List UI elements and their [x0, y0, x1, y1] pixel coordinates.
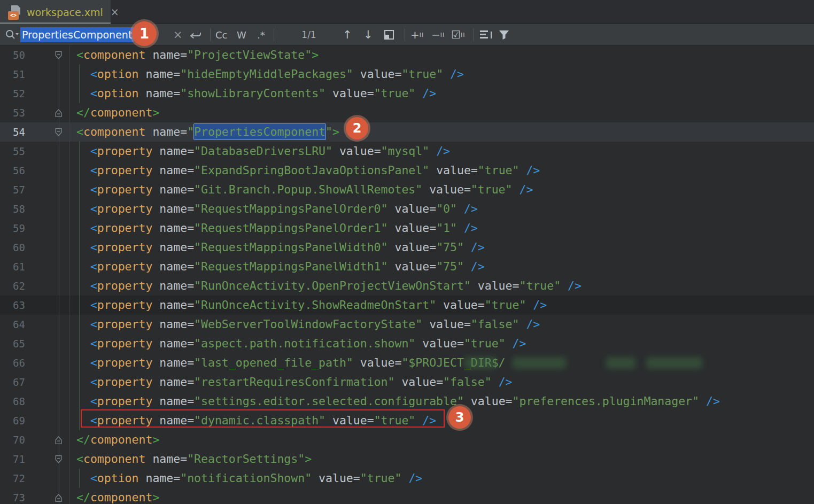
code-line-70[interactable]: 70</component>	[0, 430, 814, 449]
whole-words-toggle[interactable]: W	[237, 24, 246, 45]
code-text: </component>	[70, 488, 159, 504]
redacted-text-blur	[606, 357, 635, 369]
match-case-toggle[interactable]: Cc	[215, 24, 227, 45]
line-number: 58	[0, 199, 25, 219]
search-match-highlight: PropertiesComponent	[194, 124, 325, 139]
line-number: 67	[0, 373, 25, 392]
line-number: 51	[0, 65, 25, 84]
code-line-64[interactable]: 64 <property name="WebServerToolWindowFa…	[0, 315, 814, 334]
search-query-selected-text: PropertiesComponent	[20, 27, 134, 42]
code-line-65[interactable]: 65 <property name="aspect.path.notificat…	[0, 334, 814, 353]
line-number: 69	[0, 411, 25, 430]
code-line-61[interactable]: 61 <property name="RequestMappingsPanelW…	[0, 257, 814, 276]
line-number: 54	[0, 122, 25, 142]
line-number: 57	[0, 180, 25, 199]
find-toolbar: PropertiesComponent × Cc W .* 1/1 ↑ ↓ +I…	[0, 24, 814, 45]
code-line-56[interactable]: 56 <property name="ExpandSpringBootJavaO…	[0, 161, 814, 180]
newline-icon[interactable]	[189, 24, 203, 45]
fold-gutter	[25, 65, 70, 84]
tab-close-icon[interactable]: ×	[111, 7, 119, 17]
previous-match-button[interactable]: ↑	[343, 24, 352, 45]
code-text: <property name="ExpandSpringBootJavaOpti…	[70, 161, 540, 180]
code-line-54[interactable]: 54<component name="PropertiesComponent">	[0, 122, 814, 142]
code-line-58[interactable]: 58 <property name="RequestMappingsPanelO…	[0, 199, 814, 219]
gutter-separator	[69, 45, 70, 504]
code-text: <property name="RunOnceActivity.ShowRead…	[70, 296, 547, 315]
fold-gutter	[25, 142, 70, 161]
code-area[interactable]: 50<component name="ProjectViewState">51 …	[0, 45, 814, 504]
code-text: <component name="ProjectViewState">	[70, 45, 319, 65]
fold-marker-icon[interactable]	[25, 45, 70, 65]
annotation-badge-2: 2	[346, 117, 368, 139]
editor[interactable]: 50<component name="ProjectViewState">51 …	[0, 45, 814, 504]
tab-title: workspace.xml	[27, 6, 103, 18]
fold-gutter	[25, 180, 70, 199]
code-line-68[interactable]: 68 <property name="settings.editor.selec…	[0, 392, 814, 411]
fold-gutter	[25, 296, 70, 315]
add-occurrence-button[interactable]: +II	[410, 24, 424, 45]
next-match-button[interactable]: ↓	[363, 24, 373, 45]
code-line-59[interactable]: 59 <property name="RequestMappingsPanelO…	[0, 219, 814, 238]
code-text: <property name="RequestMappingsPanelWidt…	[70, 257, 485, 276]
code-text: <property name="settings.editor.selected…	[70, 392, 720, 411]
fold-marker-icon[interactable]	[25, 430, 70, 449]
toolbar-divider	[210, 28, 211, 41]
code-text: <option name="notificationShown" value="…	[70, 469, 422, 488]
fold-gutter	[25, 392, 70, 411]
fold-gutter	[25, 238, 70, 257]
open-in-find-window-button[interactable]	[384, 24, 394, 45]
code-line-62[interactable]: 62 <property name="RunOnceActivity.OpenP…	[0, 276, 814, 296]
line-number: 68	[0, 392, 25, 411]
code-text: <property name="aspect.path.notification…	[70, 334, 526, 353]
line-number: 72	[0, 469, 25, 488]
redacted-text-blur	[646, 357, 702, 369]
fold-gutter	[25, 469, 70, 488]
code-text: <component name="PropertiesComponent">	[70, 122, 339, 142]
code-line-57[interactable]: 57 <property name="Git.Branch.Popup.Show…	[0, 180, 814, 199]
fold-gutter	[25, 199, 70, 219]
code-line-63[interactable]: 63 <property name="RunOnceActivity.ShowR…	[0, 296, 814, 315]
code-line-55[interactable]: 55 <property name="DatabaseDriversLRU" v…	[0, 142, 814, 161]
toolbar-divider	[474, 28, 474, 41]
code-line-72[interactable]: 72 <option name="notificationShown" valu…	[0, 469, 814, 488]
remove-occurrence-button[interactable]: −II	[431, 24, 445, 45]
code-line-52[interactable]: 52 <option name="showLibraryContents" va…	[0, 84, 814, 103]
regex-toggle[interactable]: .*	[257, 24, 265, 45]
search-input[interactable]: PropertiesComponent	[20, 24, 134, 45]
clear-search-icon[interactable]: ×	[173, 24, 183, 45]
fold-gutter	[25, 334, 70, 353]
search-icon[interactable]	[4, 24, 19, 45]
code-line-73[interactable]: 73</component>	[0, 488, 814, 504]
code-line-50[interactable]: 50<component name="ProjectViewState">	[0, 45, 814, 65]
line-number: 65	[0, 334, 25, 353]
tab-workspace-xml[interactable]: <> workspace.xml ×	[0, 0, 111, 24]
select-all-occurrences-button[interactable]: ☑II	[451, 24, 465, 45]
code-text: <property name="dynamic.classpath" value…	[70, 411, 436, 430]
filter-icon[interactable]	[498, 24, 510, 45]
toolbar-divider	[274, 28, 274, 41]
editor-tab-bar: <> workspace.xml ×	[0, 0, 814, 24]
annotation-badge-3: 3	[448, 406, 471, 429]
fold-marker-icon[interactable]	[25, 449, 70, 469]
fold-marker-icon[interactable]	[25, 488, 70, 504]
code-line-66[interactable]: 66 <property name="last_opened_file_path…	[0, 353, 814, 373]
code-line-51[interactable]: 51 <option name="hideEmptyMiddlePackages…	[0, 65, 814, 84]
code-line-53[interactable]: 53</component>	[0, 103, 814, 122]
fold-gutter	[25, 219, 70, 238]
code-line-71[interactable]: 71<component name="ReactorSettings">	[0, 449, 814, 469]
code-text: <property name="RunOnceActivity.OpenProj…	[70, 276, 582, 296]
line-number: 59	[0, 219, 25, 238]
line-number: 66	[0, 353, 25, 373]
toolbar-divider	[405, 28, 405, 41]
fold-gutter	[25, 411, 70, 430]
code-line-60[interactable]: 60 <property name="RequestMappingsPanelW…	[0, 238, 814, 257]
code-line-69[interactable]: 69 <property name="dynamic.classpath" va…	[0, 411, 814, 430]
line-number: 55	[0, 142, 25, 161]
code-line-67[interactable]: 67 <property name="restartRequiresConfir…	[0, 373, 814, 392]
fold-marker-icon[interactable]	[25, 122, 70, 142]
line-number: 71	[0, 449, 25, 469]
code-text: <property name="RequestMappingsPanelWidt…	[70, 238, 485, 257]
line-number: 64	[0, 315, 25, 334]
fold-marker-icon[interactable]	[25, 103, 70, 122]
search-options-icon[interactable]	[480, 24, 492, 45]
